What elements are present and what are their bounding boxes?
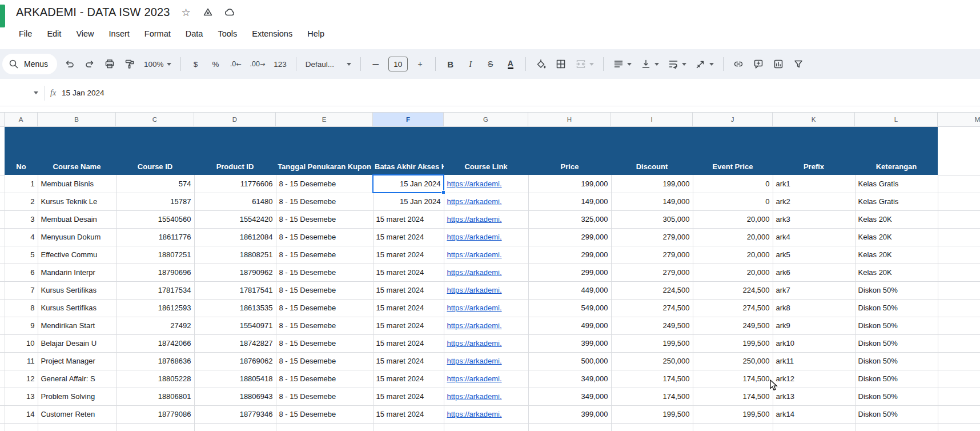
cell-K2[interactable]: ark2 <box>773 193 855 210</box>
column-header-J[interactable]: J <box>693 113 773 126</box>
cell-F4[interactable]: 15 maret 2024 <box>373 228 444 246</box>
cell-I13[interactable]: 174,500 <box>611 388 693 405</box>
cell-B11[interactable]: Project Manager <box>38 352 116 370</box>
cell-E3[interactable]: 8 - 15 Desemebe <box>276 210 373 228</box>
cell-A11[interactable]: 11 <box>5 352 38 370</box>
menu-view[interactable]: View <box>71 27 99 40</box>
cell-E14[interactable]: 8 - 15 Desemebe <box>276 405 373 423</box>
cell-M2[interactable] <box>938 193 980 210</box>
increase-decimal-button[interactable]: .00→ <box>248 56 267 72</box>
menu-file[interactable]: File <box>14 27 37 40</box>
cell-I9[interactable]: 249,500 <box>611 317 693 334</box>
cell-E11[interactable]: 8 - 15 Desemebe <box>276 352 373 370</box>
cell-D5[interactable]: 18808251 <box>194 246 276 264</box>
cell-D10[interactable]: 18742827 <box>194 334 276 352</box>
cell-M7[interactable] <box>938 281 980 299</box>
cell-H8[interactable]: 549,000 <box>528 299 611 317</box>
cell-F6[interactable]: 15 maret 2024 <box>373 264 444 281</box>
cell-G1[interactable]: https://arkademi. <box>444 175 528 193</box>
column-header-L[interactable]: L <box>855 113 938 126</box>
empty-cell[interactable] <box>38 423 116 431</box>
cell-I5[interactable]: 279,000 <box>611 246 693 264</box>
document-title[interactable]: ARKADEMI - DATA ISW 2023 <box>16 6 170 19</box>
cell-F3[interactable]: 15 maret 2024 <box>373 210 444 228</box>
cell-G9[interactable]: https://arkademi. <box>444 317 528 334</box>
cell-B10[interactable]: Belajar Desain U <box>38 334 116 352</box>
vertical-align-button[interactable] <box>638 56 661 72</box>
cell-G2[interactable]: https://arkademi. <box>444 193 528 210</box>
cell-E12[interactable]: 8 - 15 Desemebe <box>276 370 373 388</box>
paint-format-button[interactable] <box>122 56 137 72</box>
cell-G13[interactable]: https://arkademi. <box>444 388 528 405</box>
column-header-M[interactable]: M <box>938 113 980 126</box>
cell-F7[interactable]: 15 maret 2024 <box>373 281 444 299</box>
cell-I12[interactable]: 174,500 <box>611 370 693 388</box>
cell-B9[interactable]: Mendirikan Start <box>38 317 116 334</box>
cell-H12[interactable]: 349,000 <box>528 370 611 388</box>
cell-G14[interactable]: https://arkademi. <box>444 405 528 423</box>
cell-H9[interactable]: 499,000 <box>528 317 611 334</box>
cell-A8[interactable]: 8 <box>5 299 38 317</box>
cell-G3[interactable]: https://arkademi. <box>444 210 528 228</box>
table-header-discount[interactable]: Discount <box>611 127 693 175</box>
cell-C5[interactable]: 18807251 <box>116 246 194 264</box>
cell-D14[interactable]: 18779346 <box>194 405 276 423</box>
cell-E5[interactable]: 8 - 15 Desemebe <box>276 246 373 264</box>
move-to-drive-icon[interactable] <box>202 7 214 18</box>
cell-D4[interactable]: 18612084 <box>194 228 276 246</box>
cell-H10[interactable]: 399,000 <box>528 334 611 352</box>
cell-H11[interactable]: 500,000 <box>528 352 611 370</box>
cell-M12[interactable] <box>938 370 980 388</box>
cell-A9[interactable]: 9 <box>5 317 38 334</box>
cell-M9[interactable] <box>938 317 980 334</box>
cell-E6[interactable]: 8 - 15 Desemebe <box>276 264 373 281</box>
cell-L5[interactable]: Kelas 20K <box>855 246 938 264</box>
cell-E8[interactable]: 8 - 15 Desemebe <box>276 299 373 317</box>
fill-color-button[interactable] <box>533 56 548 72</box>
cell-K5[interactable]: ark5 <box>773 246 855 264</box>
cell-A7[interactable]: 7 <box>5 281 38 299</box>
column-header-B[interactable]: B <box>38 113 116 126</box>
menu-help[interactable]: Help <box>302 27 330 40</box>
cell-F13[interactable]: 15 maret 2024 <box>373 388 444 405</box>
menu-extensions[interactable]: Extensions <box>247 27 298 40</box>
font-select[interactable]: Defaul... <box>304 56 353 72</box>
table-header-prefix[interactable]: Prefix <box>773 127 855 175</box>
column-header-A[interactable]: A <box>5 113 38 126</box>
strikethrough-button[interactable]: S <box>483 56 498 72</box>
cell-F14[interactable]: 15 maret 2024 <box>373 405 444 423</box>
cell-A3[interactable]: 3 <box>5 210 38 228</box>
cell-H6[interactable]: 299,000 <box>528 264 611 281</box>
text-rotation-button[interactable] <box>693 56 716 72</box>
cell-C12[interactable]: 18805228 <box>116 370 194 388</box>
cell-M1[interactable] <box>938 175 980 193</box>
cell-K6[interactable]: ark6 <box>773 264 855 281</box>
cell-E2[interactable]: 8 - 15 Desemebe <box>276 193 373 210</box>
cell-J9[interactable]: 249,500 <box>693 317 773 334</box>
font-size-input[interactable]: 10 <box>388 57 408 71</box>
cell-I6[interactable]: 279,000 <box>611 264 693 281</box>
cell-K12[interactable]: ark12 <box>773 370 855 388</box>
cell-L12[interactable]: Diskon 50% <box>855 370 938 388</box>
menu-format[interactable]: Format <box>139 27 176 40</box>
cell-M3[interactable] <box>938 210 980 228</box>
empty-cell[interactable] <box>773 423 855 431</box>
table-header-course-name[interactable]: Course Name <box>38 127 116 175</box>
cell-G10[interactable]: https://arkademi. <box>444 334 528 352</box>
cell-G4[interactable]: https://arkademi. <box>444 228 528 246</box>
cell-M8[interactable] <box>938 299 980 317</box>
cell-A1[interactable]: 1 <box>5 175 38 193</box>
cell-F12[interactable]: 15 maret 2024 <box>373 370 444 388</box>
cell-C11[interactable]: 18768636 <box>116 352 194 370</box>
column-header-D[interactable]: D <box>194 113 276 126</box>
cell-G11[interactable]: https://arkademi. <box>444 352 528 370</box>
column-header-I[interactable]: I <box>611 113 693 126</box>
header-m-empty[interactable] <box>938 127 980 175</box>
empty-cell[interactable] <box>938 423 980 431</box>
cell-I2[interactable]: 149,000 <box>611 193 693 210</box>
undo-button[interactable] <box>62 56 77 72</box>
cell-A10[interactable]: 10 <box>5 334 38 352</box>
cell-K7[interactable]: ark7 <box>773 281 855 299</box>
cell-F5[interactable]: 15 maret 2024 <box>373 246 444 264</box>
table-header-product-id[interactable]: Product ID <box>194 127 276 175</box>
